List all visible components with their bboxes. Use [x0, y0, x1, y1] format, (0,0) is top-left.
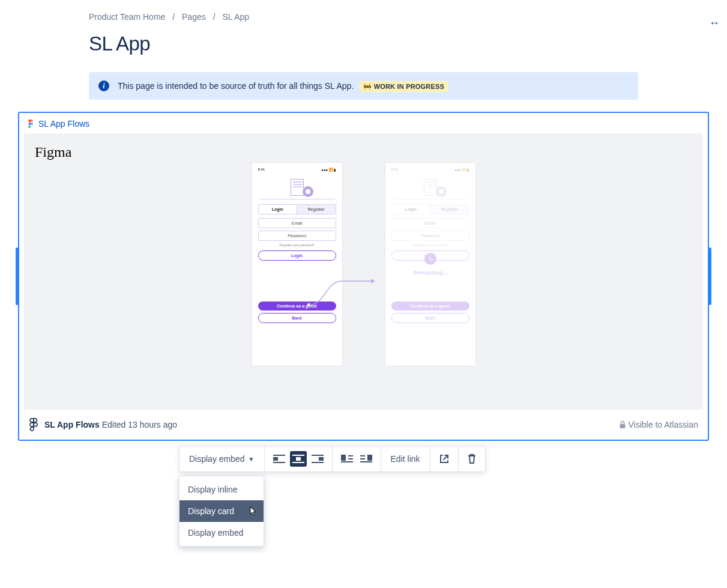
clock-icon [424, 253, 436, 265]
embed-title-link[interactable]: SL App Flows [38, 119, 89, 129]
info-panel-text: This page is intended to be source of tr… [118, 81, 448, 91]
wrap-left-button[interactable] [339, 451, 355, 467]
menu-item-display-embed[interactable]: Display embed [179, 522, 264, 544]
menu-item-display-inline[interactable]: Display inline [179, 479, 264, 500]
info-icon: i [98, 80, 109, 91]
mockup-login-screen: 9:41●●● 📶 ▮ Login Register Email Passwor… [252, 162, 343, 366]
svg-rect-3 [620, 424, 625, 428]
breadcrumb-separator: / [213, 12, 216, 22]
resize-handle-right[interactable] [709, 247, 711, 305]
align-right-button[interactable] [309, 451, 326, 467]
lock-icon [619, 420, 626, 429]
figma-embed-card[interactable]: SL App Flows Figma 9:41●●● 📶 ▮ Login Reg… [18, 112, 709, 441]
chevron-down-icon: ▼ [249, 456, 255, 462]
breadcrumb: Product Team Home / Pages / SL App [89, 12, 638, 22]
display-mode-menu: Display inline Display card Display embe… [179, 476, 264, 547]
work-in-progress-badge: 🚧 WORK IN PROGRESS [360, 81, 448, 92]
wrap-right-button[interactable] [358, 451, 375, 467]
breadcrumb-item[interactable]: Product Team Home [89, 12, 165, 22]
figma-canvas[interactable]: Figma 9:41●●● 📶 ▮ Login Register Email [24, 133, 703, 410]
align-center-button[interactable] [290, 451, 307, 467]
figma-icon [26, 120, 35, 128]
edit-link-button[interactable]: Edit link [387, 454, 424, 464]
embed-file-name: SL App Flows [44, 420, 100, 429]
mockup-processing-screen: 9:41●●● 📶 ▮ LoginRegister Email Password… [385, 162, 476, 366]
svg-point-1 [307, 303, 310, 307]
external-link-icon [439, 453, 450, 464]
breadcrumb-item[interactable]: SL App [222, 12, 249, 22]
resize-handle-left[interactable] [16, 247, 18, 305]
breadcrumb-separator: / [172, 12, 175, 22]
svg-point-2 [34, 423, 37, 426]
embed-footer: SL App Flows Edited 13 hours ago Visible… [19, 410, 708, 440]
embed-toolbar: Display embed ▼ Edit link [179, 446, 486, 472]
menu-item-display-card[interactable]: Display card [179, 500, 264, 522]
delete-button[interactable] [465, 450, 479, 468]
figma-icon [29, 418, 38, 431]
visibility-label: Visible to Atlassian [619, 420, 698, 429]
embed-edited-time: Edited 13 hours ago [102, 420, 177, 429]
cursor-icon [248, 506, 258, 517]
display-mode-dropdown[interactable]: Display embed ▼ [186, 454, 258, 464]
info-panel: i This page is intended to be source of … [89, 72, 638, 100]
flow-arrow [307, 277, 379, 308]
align-left-button[interactable] [271, 451, 288, 467]
page-title: SL App [89, 32, 638, 55]
trash-icon [467, 453, 477, 464]
breadcrumb-item[interactable]: Pages [182, 12, 206, 22]
open-external-button[interactable] [436, 450, 452, 468]
embed-header: SL App Flows [19, 113, 708, 133]
svg-point-0 [31, 123, 33, 125]
